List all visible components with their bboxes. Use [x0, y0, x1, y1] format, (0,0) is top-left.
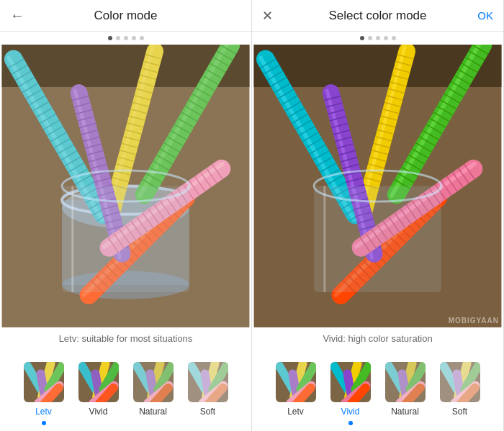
- right-thumb-label-vivid: Vivid: [341, 407, 360, 417]
- left-thumb-label-soft: Soft: [200, 407, 215, 417]
- right-dots: [252, 32, 503, 45]
- dot-2: [116, 36, 120, 40]
- left-title: Color mode: [39, 9, 212, 23]
- right-thumb-letv[interactable]: Letv: [274, 360, 318, 427]
- left-caption: Letv: suitable for most situations: [0, 327, 251, 353]
- right-thumb-img-letv: [274, 360, 318, 404]
- right-dot-5: [392, 36, 396, 40]
- right-dot-1: [360, 36, 364, 40]
- left-thumb-img-soft: [186, 360, 230, 404]
- left-dot-letv: [42, 419, 46, 427]
- right-thumb-img-vivid: [329, 360, 372, 404]
- right-thumb-label-letv: Letv: [287, 407, 304, 417]
- left-back-button[interactable]: ←: [10, 7, 39, 24]
- right-thumb-soft[interactable]: Soft: [438, 360, 482, 427]
- right-thumb-label-natural: Natural: [391, 407, 419, 417]
- right-caption: Vivid: high color saturation: [252, 327, 503, 353]
- dot-4: [132, 36, 136, 40]
- left-thumbnails: Letv: [0, 353, 251, 431]
- right-dot-2: [368, 36, 372, 40]
- right-thumb-img-soft: [438, 360, 482, 404]
- left-thumb-natural[interactable]: Natural: [132, 360, 175, 427]
- left-panel: ← Color mode: [0, 0, 252, 431]
- left-thumb-soft[interactable]: Soft: [186, 360, 230, 427]
- right-dot-4: [384, 36, 388, 40]
- right-panel: ✕ Select color mode OK: [252, 0, 504, 431]
- left-thumb-img-vivid: [77, 360, 120, 404]
- right-dot-vivid: [348, 419, 353, 427]
- right-dot-3: [376, 36, 380, 40]
- right-ok-button[interactable]: OK: [464, 9, 493, 22]
- left-thumb-label-natural: Natural: [139, 407, 167, 417]
- right-header: ✕ Select color mode OK: [252, 0, 503, 32]
- watermark: MOBIGYAAN: [449, 317, 499, 325]
- right-thumbnails: Letv Vivid: [252, 353, 503, 431]
- right-thumb-vivid[interactable]: Vivid: [329, 360, 372, 427]
- dot-1: [108, 36, 112, 40]
- left-thumb-img-letv: [22, 360, 66, 404]
- left-image: [0, 45, 251, 327]
- right-title: Select color mode: [291, 9, 464, 23]
- active-dot-letv: [42, 421, 46, 425]
- right-close-button[interactable]: ✕: [262, 8, 291, 24]
- close-icon[interactable]: ✕: [262, 8, 273, 24]
- ok-label[interactable]: OK: [477, 9, 493, 22]
- right-image: MOBIGYAAN: [252, 45, 503, 327]
- left-dots: [0, 32, 251, 45]
- right-thumb-label-soft: Soft: [452, 407, 467, 417]
- dot-3: [124, 36, 128, 40]
- left-thumb-letv[interactable]: Letv: [22, 360, 66, 427]
- active-dot-vivid: [348, 421, 353, 425]
- right-thumb-natural[interactable]: Natural: [384, 360, 427, 427]
- right-thumb-img-natural: [384, 360, 427, 404]
- dot-5: [140, 36, 144, 40]
- left-thumb-label-letv: Letv: [35, 407, 52, 417]
- left-thumb-img-natural: [132, 360, 175, 404]
- back-icon[interactable]: ←: [10, 7, 24, 24]
- left-thumb-label-vivid: Vivid: [89, 407, 108, 417]
- left-header: ← Color mode: [0, 0, 251, 32]
- left-thumb-vivid[interactable]: Vivid: [77, 360, 120, 427]
